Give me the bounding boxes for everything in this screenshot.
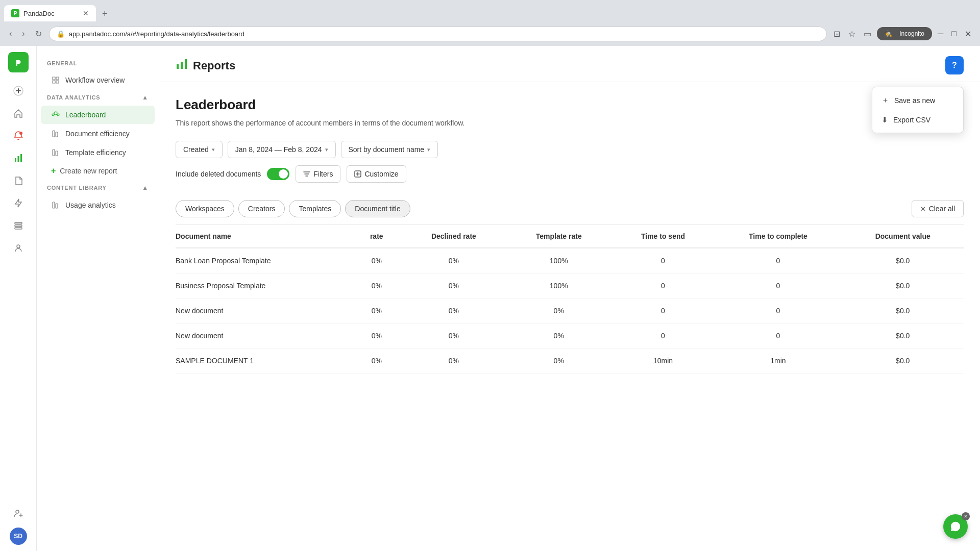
clear-all-label: Clear all [929, 205, 955, 213]
cell-doc-name: Business Proposal Template [176, 273, 352, 298]
date-range-button[interactable]: Jan 8, 2024 — Feb 8, 2024 ▾ [228, 141, 336, 158]
tab-close-button[interactable]: ✕ [83, 9, 89, 17]
chat-close-icon[interactable]: ✕ [962, 512, 970, 520]
col-document-value[interactable]: Document value [842, 225, 964, 248]
cell-time-complete: 1min [714, 348, 842, 373]
save-icon: ＋ [881, 95, 889, 105]
svg-rect-14 [53, 131, 55, 137]
table-row: Business Proposal Template 0% 0% 100% 0 … [176, 273, 964, 298]
new-tab-button[interactable]: + [98, 7, 112, 21]
sort-button[interactable]: Sort by document name ▾ [341, 141, 438, 158]
creators-tab[interactable]: Creators [238, 200, 285, 217]
templates-tab[interactable]: Templates [289, 200, 341, 217]
created-filter-button[interactable]: Created ▾ [176, 141, 223, 158]
cell-time-send: 0 [612, 248, 715, 273]
cell-value: $0.0 [842, 248, 964, 273]
document-title-tab[interactable]: Document title [345, 200, 410, 217]
col-template-rate[interactable]: Template rate [506, 225, 612, 248]
sort-chevron-icon: ▾ [427, 146, 430, 153]
col-document-name[interactable]: Document name [176, 225, 352, 248]
home-icon[interactable] [8, 103, 29, 123]
cell-value: $0.0 [842, 348, 964, 373]
col-time-to-send[interactable]: Time to send [612, 225, 715, 248]
workspaces-tab[interactable]: Workspaces [176, 200, 234, 217]
filters-button[interactable]: Filters [296, 165, 340, 183]
lightning-icon[interactable] [8, 193, 29, 213]
url-text: app.pandadoc.com/a/#/reporting/data-anal… [69, 30, 244, 38]
reload-button[interactable]: ↻ [32, 27, 45, 41]
tab-favicon: P [11, 9, 19, 17]
svg-point-12 [52, 114, 54, 116]
content-library-chevron: ▲ [142, 184, 149, 191]
chat-button[interactable]: ✕ [943, 514, 968, 539]
sidebar: GENERAL Workflow overview DATA ANALYTICS… [37, 46, 159, 551]
svg-rect-17 [56, 151, 58, 156]
active-tab[interactable]: P PandaDoc ✕ [4, 5, 96, 21]
cell-time-complete: 0 [714, 273, 842, 298]
close-button[interactable]: ✕ [962, 28, 974, 40]
bookmark-icon[interactable]: ☆ [846, 28, 858, 40]
page-header: Reports ? [159, 46, 980, 82]
sidebar-icon[interactable]: ▭ [861, 28, 874, 40]
sidebar-item-usage-analytics[interactable]: Usage analytics [41, 196, 155, 214]
browser-tabs: P PandaDoc ✕ + [0, 0, 980, 21]
user-avatar[interactable]: SD [10, 528, 27, 545]
customize-label: Customize [364, 170, 398, 178]
customize-button[interactable]: Customize [347, 165, 406, 183]
document-efficiency-icon [51, 129, 60, 138]
cell-declined: 0% [402, 298, 506, 323]
cell-declined: 0% [402, 348, 506, 373]
address-bar[interactable]: 🔒 app.pandadoc.com/a/#/reporting/data-an… [49, 27, 827, 41]
created-label: Created [183, 145, 209, 154]
filters-row: Created ▾ Jan 8, 2024 — Feb 8, 2024 ▾ So… [176, 141, 964, 158]
svg-point-2 [19, 132, 22, 135]
documents-icon[interactable] [8, 170, 29, 191]
col-rate[interactable]: rate [352, 225, 402, 248]
table-wrapper: Document name rate Declined rate Templat… [176, 225, 964, 373]
main-content: Reports ? Leaderboard ⋮ This report show… [159, 46, 980, 551]
workflow-overview-label: Workflow overview [65, 76, 125, 84]
minimize-button[interactable]: ─ [935, 28, 946, 40]
sidebar-item-document-efficiency[interactable]: Document efficiency [41, 124, 155, 143]
cell-time-complete: 0 [714, 298, 842, 323]
restore-button[interactable]: □ [949, 28, 959, 40]
data-analytics-section-header[interactable]: DATA ANALYTICS ▲ [37, 90, 159, 105]
col-time-to-complete[interactable]: Time to complete [714, 225, 842, 248]
svg-rect-19 [56, 204, 58, 208]
sidebar-item-leaderboard[interactable]: Leaderboard [41, 106, 155, 124]
cast-icon[interactable]: ⊡ [831, 28, 843, 40]
forward-button[interactable]: › [19, 27, 28, 40]
clear-all-button[interactable]: ✕ Clear all [912, 200, 964, 217]
filter-icon [303, 170, 310, 178]
cell-rate: 0% [352, 348, 402, 373]
date-range-label: Jan 8, 2024 — Feb 8, 2024 [235, 145, 322, 154]
add-user-icon[interactable] [8, 503, 29, 523]
toggle-slider [267, 168, 289, 180]
svg-rect-18 [53, 202, 55, 208]
content-library-section-header[interactable]: CONTENT LIBRARY ▲ [37, 180, 159, 195]
sidebar-item-workflow-overview[interactable]: Workflow overview [41, 71, 155, 89]
cell-time-send: 0 [612, 323, 715, 348]
leaderboard-icon [51, 110, 60, 119]
reports-icon[interactable] [8, 148, 29, 168]
table-row: Bank Loan Proposal Template 0% 0% 100% 0… [176, 248, 964, 273]
add-icon[interactable] [8, 81, 29, 101]
cell-time-send: 0 [612, 273, 715, 298]
save-as-new-menu-item[interactable]: ＋ Save as new [872, 90, 963, 110]
data-analytics-label: DATA ANALYTICS [47, 94, 100, 101]
template-efficiency-icon [51, 148, 60, 157]
notifications-icon[interactable] [8, 126, 29, 146]
contacts-icon[interactable] [8, 238, 29, 258]
app-logo[interactable] [8, 52, 29, 72]
sidebar-create-new-report[interactable]: + Create new report [41, 162, 155, 180]
data-table: Document name rate Declined rate Templat… [176, 225, 964, 373]
back-button[interactable]: ‹ [6, 27, 15, 40]
sidebar-item-template-efficiency[interactable]: Template efficiency [41, 143, 155, 162]
group-tabs: Workspaces Creators Templates Document t… [176, 193, 964, 225]
content-library-icon[interactable] [8, 215, 29, 236]
help-button[interactable]: ? [945, 56, 964, 74]
export-csv-menu-item[interactable]: ⬇ Export CSV [872, 110, 963, 130]
include-deleted-toggle[interactable] [267, 168, 289, 180]
col-declined-rate[interactable]: Declined rate [402, 225, 506, 248]
plus-icon: + [51, 166, 56, 176]
